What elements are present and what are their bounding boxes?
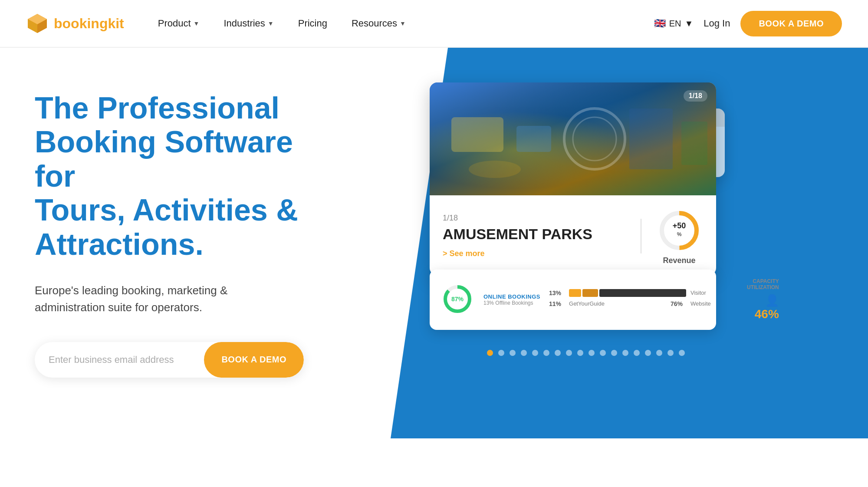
analytics-label: ONLINE BOOKINGS [483,293,540,300]
carousel-dot-6[interactable] [555,350,561,356]
nav-links: Product ▼ Industries ▼ Pricing Resources… [146,0,654,47]
book-demo-button-nav[interactable]: BOOK A DEMO [740,11,842,36]
svg-point-10 [573,117,616,161]
nav-resources[interactable]: Resources ▼ [339,0,418,47]
analytics-bar-getyourguide: 11% GetYourGuide 76% Website [549,300,738,307]
flag-icon: 🇬🇧 [654,18,666,29]
carousel-dot-4[interactable] [532,350,538,356]
svg-rect-7 [451,117,503,152]
person-icon: 👤 [747,294,779,307]
carousel-dot-10[interactable] [600,350,606,356]
hero-left: The Professional Booking Software for To… [0,48,304,404]
analytics-info: ONLINE BOOKINGS 13% Offline Bookings [483,293,540,306]
carousel-dot-8[interactable] [577,350,583,356]
carousel-dot-11[interactable] [611,350,617,356]
language-selector[interactable]: 🇬🇧 EN ▼ [654,18,694,29]
svg-rect-8 [516,126,551,152]
svg-rect-12 [681,122,707,165]
nav-industries[interactable]: Industries ▼ [211,0,286,47]
carousel-dot-5[interactable] [543,350,549,356]
revenue-donut: +50 % [655,207,703,254]
carousel-dot-13[interactable] [634,350,640,356]
carousel-dot-14[interactable] [645,350,651,356]
card-slide-num: 1/18 [443,214,627,223]
nav-right: 🇬🇧 EN ▼ Log In BOOK A DEMO [654,11,842,36]
hero-right: 18/18 87% ONLINEBOOKINGS 13% Offline [304,48,868,326]
carousel-dot-7[interactable] [566,350,572,356]
dots-container [487,350,685,356]
carousel-dot-17[interactable] [679,350,685,356]
card-stat-label: Revenue [655,256,703,265]
chevron-down-icon: ▼ [194,20,200,27]
carousel-dot-2[interactable] [510,350,516,356]
svg-point-13 [469,161,521,178]
carousel-dot-3[interactable] [521,350,527,356]
analytics-capacity: CAPACITY UTILIZATION 👤 46% [747,278,779,321]
cards-container: 18/18 87% ONLINEBOOKINGS 13% Offline [430,82,742,326]
navbar: bookingkit Product ▼ Industries ▼ Pricin… [0,0,868,48]
logo[interactable]: bookingkit [26,12,124,35]
carousel-dot-1[interactable] [498,350,504,356]
logo-text: bookingkit [54,16,124,32]
carousel-dot-12[interactable] [622,350,628,356]
carousel-dot-15[interactable] [656,350,662,356]
chevron-down-icon: ▼ [400,20,406,27]
card-divider [641,219,641,253]
hero-section: The Professional Booking Software for To… [0,48,868,438]
card-see-more[interactable]: > See more [443,249,627,258]
book-demo-button-hero[interactable]: BOOK A DEMO [204,342,304,378]
card-stat: +50 % Revenue [655,207,703,265]
logo-icon [26,12,49,35]
analytics-sub: 13% Offline Bookings [483,300,540,306]
svg-text:87%: 87% [451,296,464,303]
card-analytics: 87% ONLINE BOOKINGS 13% Offline Bookings… [430,270,716,330]
chevron-down-icon: ▼ [268,20,274,27]
hero-form: BOOK A DEMO [35,342,304,378]
hero-title: The Professional Booking Software for To… [35,91,304,261]
analytics-bars: 13% Visitor 11% GetYourGuide 76% Web [549,289,738,311]
card-info: 1/18 AMUSEMENT PARKS > See more [443,214,627,258]
card-image: 1/18 [430,82,716,195]
park-illustration [430,82,716,195]
email-input[interactable] [35,354,204,365]
analytics-bar-visitor: 13% Visitor [549,289,738,297]
card-counter: 1/18 [684,90,707,102]
svg-text:+50: +50 [673,221,686,230]
svg-rect-11 [629,109,673,169]
nav-product[interactable]: Product ▼ [146,0,212,47]
card-main: 1/18 1/18 AMUSEMENT PARKS > See more [430,82,716,276]
card-body: 1/18 AMUSEMENT PARKS > See more +50 % [430,195,716,276]
svg-text:%: % [677,231,682,237]
hero-subtitle: Europe's leading booking, marketing & ad… [35,282,278,316]
carousel-dots [456,350,716,356]
login-link[interactable]: Log In [704,18,730,29]
nav-pricing[interactable]: Pricing [286,0,339,47]
card-park-title: AMUSEMENT PARKS [443,226,627,242]
chevron-down-icon: ▼ [684,19,693,29]
carousel-dot-9[interactable] [589,350,595,356]
carousel-dot-0[interactable] [487,350,493,356]
analytics-donut: 87% [440,282,475,318]
carousel-dot-16[interactable] [667,350,674,356]
